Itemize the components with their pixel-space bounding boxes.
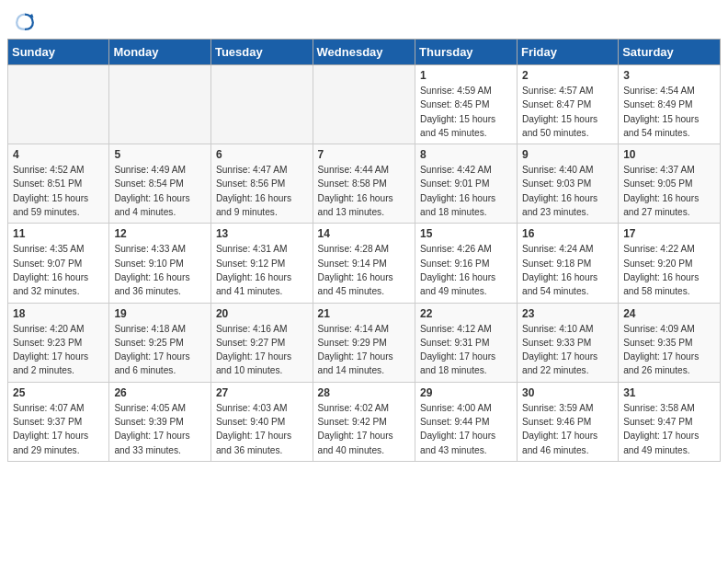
calendar-week-1: 1Sunrise: 4:59 AM Sunset: 8:45 PM Daylig… xyxy=(8,65,721,144)
day-number: 6 xyxy=(216,148,308,161)
day-number: 19 xyxy=(114,307,206,320)
calendar-cell: 21Sunrise: 4:14 AM Sunset: 9:29 PM Dayli… xyxy=(313,303,415,382)
day-info: Sunrise: 4:26 AM Sunset: 9:16 PM Dayligh… xyxy=(420,242,512,298)
day-number: 10 xyxy=(623,148,715,161)
day-info: Sunrise: 4:57 AM Sunset: 8:47 PM Dayligh… xyxy=(522,84,613,140)
calendar-cell xyxy=(210,65,313,144)
day-info: Sunrise: 4:33 AM Sunset: 9:10 PM Dayligh… xyxy=(114,242,206,298)
day-info: Sunrise: 4:54 AM Sunset: 8:49 PM Dayligh… xyxy=(623,84,715,140)
header-monday: Monday xyxy=(109,40,211,65)
day-info: Sunrise: 4:09 AM Sunset: 9:35 PM Dayligh… xyxy=(623,322,715,378)
day-info: Sunrise: 4:00 AM Sunset: 9:44 PM Dayligh… xyxy=(420,401,512,457)
day-info: Sunrise: 4:16 AM Sunset: 9:27 PM Dayligh… xyxy=(216,322,308,378)
day-number: 31 xyxy=(623,386,715,399)
day-number: 24 xyxy=(623,307,715,320)
header-saturday: Saturday xyxy=(619,40,721,65)
day-info: Sunrise: 4:07 AM Sunset: 9:37 PM Dayligh… xyxy=(13,401,104,457)
calendar-cell: 15Sunrise: 4:26 AM Sunset: 9:16 PM Dayli… xyxy=(415,224,518,303)
calendar-week-4: 18Sunrise: 4:20 AM Sunset: 9:23 PM Dayli… xyxy=(8,303,721,382)
day-number: 5 xyxy=(114,148,206,161)
day-number: 13 xyxy=(216,227,308,240)
day-number: 7 xyxy=(318,148,411,161)
calendar-cell: 14Sunrise: 4:28 AM Sunset: 9:14 PM Dayli… xyxy=(313,224,415,303)
day-number: 27 xyxy=(216,386,308,399)
calendar-cell: 22Sunrise: 4:12 AM Sunset: 9:31 PM Dayli… xyxy=(415,303,518,382)
calendar-cell: 4Sunrise: 4:52 AM Sunset: 8:51 PM Daylig… xyxy=(8,144,109,224)
calendar-cell: 7Sunrise: 4:44 AM Sunset: 8:58 PM Daylig… xyxy=(313,144,415,224)
day-number: 3 xyxy=(623,69,715,82)
calendar-cell: 12Sunrise: 4:33 AM Sunset: 9:10 PM Dayli… xyxy=(109,224,211,303)
day-number: 25 xyxy=(13,386,104,399)
calendar-cell: 6Sunrise: 4:47 AM Sunset: 8:56 PM Daylig… xyxy=(210,144,313,224)
calendar-cell: 18Sunrise: 4:20 AM Sunset: 9:23 PM Dayli… xyxy=(8,303,109,382)
day-info: Sunrise: 4:02 AM Sunset: 9:42 PM Dayligh… xyxy=(318,401,411,457)
calendar-cell: 17Sunrise: 4:22 AM Sunset: 9:20 PM Dayli… xyxy=(619,224,721,303)
day-number: 1 xyxy=(420,69,512,82)
calendar-cell: 29Sunrise: 4:00 AM Sunset: 9:44 PM Dayli… xyxy=(415,382,518,461)
day-info: Sunrise: 4:52 AM Sunset: 8:51 PM Dayligh… xyxy=(13,163,104,219)
day-info: Sunrise: 4:20 AM Sunset: 9:23 PM Dayligh… xyxy=(13,322,104,378)
calendar-cell: 20Sunrise: 4:16 AM Sunset: 9:27 PM Dayli… xyxy=(210,303,313,382)
day-info: Sunrise: 4:35 AM Sunset: 9:07 PM Dayligh… xyxy=(13,242,104,298)
calendar-cell: 2Sunrise: 4:57 AM Sunset: 8:47 PM Daylig… xyxy=(518,65,619,144)
day-info: Sunrise: 3:58 AM Sunset: 9:47 PM Dayligh… xyxy=(623,401,715,457)
calendar-cell xyxy=(109,65,211,144)
day-info: Sunrise: 4:42 AM Sunset: 9:01 PM Dayligh… xyxy=(420,163,512,219)
calendar-cell xyxy=(313,65,415,144)
header-wednesday: Wednesday xyxy=(313,40,415,65)
day-number: 17 xyxy=(623,227,715,240)
day-info: Sunrise: 4:10 AM Sunset: 9:33 PM Dayligh… xyxy=(522,322,613,378)
day-info: Sunrise: 3:59 AM Sunset: 9:46 PM Dayligh… xyxy=(522,401,613,457)
calendar-cell: 13Sunrise: 4:31 AM Sunset: 9:12 PM Dayli… xyxy=(210,224,313,303)
logo-icon xyxy=(15,11,35,31)
calendar-cell: 9Sunrise: 4:40 AM Sunset: 9:03 PM Daylig… xyxy=(518,144,619,224)
day-info: Sunrise: 4:18 AM Sunset: 9:25 PM Dayligh… xyxy=(114,322,206,378)
day-info: Sunrise: 4:31 AM Sunset: 9:12 PM Dayligh… xyxy=(216,242,308,298)
calendar-cell: 3Sunrise: 4:54 AM Sunset: 8:49 PM Daylig… xyxy=(619,65,721,144)
header-friday: Friday xyxy=(518,40,619,65)
calendar-wrapper: Sunday Monday Tuesday Wednesday Thursday… xyxy=(0,39,728,469)
day-number: 9 xyxy=(522,148,613,161)
page-header xyxy=(0,0,728,39)
day-number: 14 xyxy=(318,227,411,240)
header-thursday: Thursday xyxy=(415,40,518,65)
calendar-cell xyxy=(8,65,109,144)
day-number: 8 xyxy=(420,148,512,161)
day-number: 15 xyxy=(420,227,512,240)
day-info: Sunrise: 4:05 AM Sunset: 9:39 PM Dayligh… xyxy=(114,401,206,457)
day-number: 4 xyxy=(13,148,104,161)
calendar-cell: 1Sunrise: 4:59 AM Sunset: 8:45 PM Daylig… xyxy=(415,65,518,144)
calendar-cell: 30Sunrise: 3:59 AM Sunset: 9:46 PM Dayli… xyxy=(518,382,619,461)
day-number: 29 xyxy=(420,386,512,399)
calendar-cell: 28Sunrise: 4:02 AM Sunset: 9:42 PM Dayli… xyxy=(313,382,415,461)
day-number: 16 xyxy=(522,227,613,240)
day-number: 28 xyxy=(318,386,411,399)
calendar-cell: 27Sunrise: 4:03 AM Sunset: 9:40 PM Dayli… xyxy=(210,382,313,461)
day-number: 18 xyxy=(13,307,104,320)
calendar-cell: 8Sunrise: 4:42 AM Sunset: 9:01 PM Daylig… xyxy=(415,144,518,224)
calendar-week-3: 11Sunrise: 4:35 AM Sunset: 9:07 PM Dayli… xyxy=(8,224,721,303)
calendar-cell: 26Sunrise: 4:05 AM Sunset: 9:39 PM Dayli… xyxy=(109,382,211,461)
day-number: 20 xyxy=(216,307,308,320)
day-info: Sunrise: 4:03 AM Sunset: 9:40 PM Dayligh… xyxy=(216,401,308,457)
day-info: Sunrise: 4:44 AM Sunset: 8:58 PM Dayligh… xyxy=(318,163,411,219)
day-info: Sunrise: 4:40 AM Sunset: 9:03 PM Dayligh… xyxy=(522,163,613,219)
day-number: 12 xyxy=(114,227,206,240)
calendar-table: Sunday Monday Tuesday Wednesday Thursday… xyxy=(7,39,721,462)
day-number: 23 xyxy=(522,307,613,320)
calendar-cell: 24Sunrise: 4:09 AM Sunset: 9:35 PM Dayli… xyxy=(619,303,721,382)
calendar-week-5: 25Sunrise: 4:07 AM Sunset: 9:37 PM Dayli… xyxy=(8,382,721,461)
day-number: 26 xyxy=(114,386,206,399)
calendar-cell: 19Sunrise: 4:18 AM Sunset: 9:25 PM Dayli… xyxy=(109,303,211,382)
day-info: Sunrise: 4:22 AM Sunset: 9:20 PM Dayligh… xyxy=(623,242,715,298)
calendar-cell: 5Sunrise: 4:49 AM Sunset: 8:54 PM Daylig… xyxy=(109,144,211,224)
header-sunday: Sunday xyxy=(8,40,109,65)
day-info: Sunrise: 4:24 AM Sunset: 9:18 PM Dayligh… xyxy=(522,242,613,298)
day-number: 22 xyxy=(420,307,512,320)
day-info: Sunrise: 4:59 AM Sunset: 8:45 PM Dayligh… xyxy=(420,84,512,140)
calendar-header-row: Sunday Monday Tuesday Wednesday Thursday… xyxy=(8,40,721,65)
day-info: Sunrise: 4:37 AM Sunset: 9:05 PM Dayligh… xyxy=(623,163,715,219)
calendar-cell: 31Sunrise: 3:58 AM Sunset: 9:47 PM Dayli… xyxy=(619,382,721,461)
calendar-week-2: 4Sunrise: 4:52 AM Sunset: 8:51 PM Daylig… xyxy=(8,144,721,224)
calendar-cell: 25Sunrise: 4:07 AM Sunset: 9:37 PM Dayli… xyxy=(8,382,109,461)
